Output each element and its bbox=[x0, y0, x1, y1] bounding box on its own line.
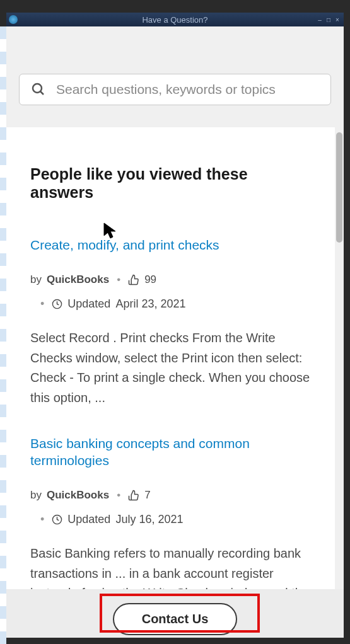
content-area: People like you viewed these answers Cre… bbox=[6, 127, 335, 589]
updated-label: Updated bbox=[67, 513, 110, 526]
article-link[interactable]: Basic banking concepts and common termin… bbox=[30, 435, 311, 469]
app-frame: Have a Question? – □ × People like you v… bbox=[0, 0, 350, 644]
author-name: QuickBooks bbox=[47, 273, 109, 286]
search-box[interactable] bbox=[19, 74, 331, 105]
article-meta-row2: • Updated July 16, 2021 bbox=[38, 513, 311, 526]
svg-line-1 bbox=[40, 91, 44, 95]
thumbs-up-icon bbox=[128, 274, 139, 285]
article-link[interactable]: Create, modify, and print checks bbox=[30, 236, 311, 253]
article-item: Create, modify, and print checks by Quic… bbox=[30, 236, 311, 408]
by-label: by bbox=[30, 273, 42, 286]
meta-separator: • bbox=[117, 489, 120, 502]
search-input[interactable] bbox=[56, 82, 319, 97]
footer: Contact Us bbox=[6, 589, 344, 638]
app-icon bbox=[9, 15, 18, 24]
search-icon bbox=[31, 82, 46, 97]
article-item: Basic banking concepts and common termin… bbox=[30, 435, 311, 589]
clock-icon bbox=[52, 299, 62, 309]
window-controls: – □ × bbox=[316, 16, 341, 23]
minimize-button[interactable]: – bbox=[316, 16, 324, 23]
close-button[interactable]: × bbox=[334, 16, 341, 23]
thumbs-up-icon bbox=[128, 490, 139, 501]
like-count: 99 bbox=[144, 273, 156, 286]
clock-icon bbox=[52, 514, 62, 525]
titlebar: Have a Question? – □ × bbox=[6, 13, 344, 26]
by-label: by bbox=[30, 489, 42, 502]
svg-point-0 bbox=[33, 84, 42, 93]
maximize-button[interactable]: □ bbox=[325, 16, 332, 23]
author-name: QuickBooks bbox=[47, 489, 109, 502]
meta-separator: • bbox=[40, 513, 44, 526]
window-title: Have a Question? bbox=[142, 15, 207, 25]
background-stripes bbox=[0, 26, 6, 644]
section-heading: People like you viewed these answers bbox=[30, 165, 311, 202]
search-area bbox=[6, 26, 344, 127]
article-meta-row2: • Updated April 23, 2021 bbox=[38, 297, 311, 311]
contact-us-button[interactable]: Contact Us bbox=[113, 603, 238, 635]
help-window: People like you viewed these answers Cre… bbox=[6, 26, 344, 638]
updated-date: April 23, 2021 bbox=[115, 297, 185, 311]
article-excerpt: Basic Banking refers to manually recordi… bbox=[30, 544, 311, 589]
scrollbar[interactable] bbox=[335, 127, 344, 589]
like-count: 7 bbox=[144, 489, 150, 502]
meta-separator: • bbox=[40, 297, 44, 311]
updated-date: July 16, 2021 bbox=[115, 513, 183, 526]
meta-separator: • bbox=[117, 273, 120, 286]
scrollbar-thumb[interactable] bbox=[336, 132, 342, 243]
article-excerpt: Select Record . Print checks From the Wr… bbox=[30, 328, 311, 408]
content-wrapper: People like you viewed these answers Cre… bbox=[6, 127, 344, 589]
article-meta: by QuickBooks • 7 bbox=[30, 489, 311, 502]
article-meta: by QuickBooks • 99 bbox=[30, 273, 311, 286]
updated-label: Updated bbox=[67, 297, 110, 311]
